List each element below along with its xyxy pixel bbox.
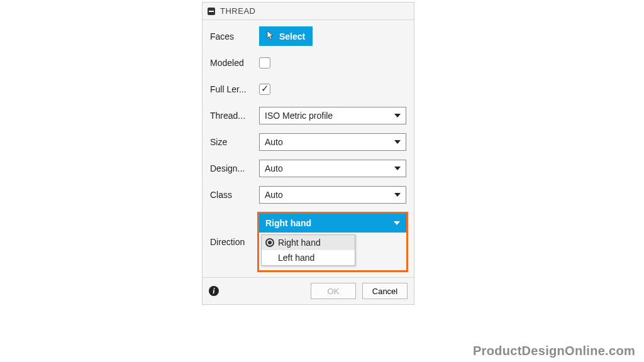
designation-dropdown[interactable]: Auto (259, 160, 406, 177)
row-full-length: Full Ler... (210, 80, 406, 99)
row-class: Class Auto (210, 185, 406, 204)
collapse-icon[interactable] (208, 8, 215, 15)
direction-value: Right hand (265, 218, 311, 228)
label-class: Class (210, 190, 259, 200)
chevron-down-icon (394, 193, 401, 197)
modeled-checkbox[interactable] (259, 57, 270, 69)
watermark: ProductDesignOnline.com (473, 344, 635, 358)
thread-type-value: ISO Metric profile (265, 111, 333, 121)
chevron-down-icon (394, 167, 401, 170)
panel-header[interactable]: THREAD (203, 3, 414, 20)
label-full-length: Full Ler... (210, 84, 259, 94)
panel-body: Faces Select Modeled Full Ler... Thread.… (203, 20, 414, 277)
cancel-button[interactable]: Cancel (362, 283, 408, 299)
row-faces: Faces Select (210, 26, 406, 46)
select-faces-button[interactable]: Select (259, 26, 313, 46)
class-value: Auto (265, 190, 283, 200)
row-modeled: Modeled (210, 53, 406, 72)
radio-selected-icon (265, 238, 274, 247)
label-modeled: Modeled (210, 58, 259, 68)
row-designation: Design... Auto (210, 159, 406, 178)
row-direction: Direction Right hand Right hand (210, 212, 406, 272)
select-button-label: Select (279, 31, 305, 41)
row-size: Size Auto (210, 133, 406, 151)
info-icon[interactable]: i (209, 286, 219, 296)
label-faces: Faces (210, 31, 259, 41)
ok-button[interactable]: OK (311, 283, 356, 299)
direction-dropdown[interactable]: Right hand (259, 214, 406, 233)
thread-type-dropdown[interactable]: ISO Metric profile (259, 107, 406, 124)
chevron-down-icon (394, 114, 401, 118)
row-thread-type: Thread... ISO Metric profile (210, 106, 406, 125)
cursor-icon (267, 30, 275, 42)
label-direction: Direction (210, 237, 259, 247)
option-left-hand[interactable]: Left hand (262, 250, 355, 265)
size-dropdown[interactable]: Auto (259, 133, 406, 151)
label-thread-type: Thread... (210, 111, 259, 121)
chevron-down-icon (394, 221, 400, 225)
panel-title: THREAD (220, 6, 255, 16)
option-label: Right hand (278, 238, 321, 248)
full-length-checkbox[interactable] (259, 84, 270, 95)
size-value: Auto (265, 137, 283, 147)
option-label: Left hand (278, 253, 314, 263)
thread-panel: THREAD Faces Select Modeled Full Ler... … (202, 2, 414, 305)
direction-options-popup: Right hand Left hand (261, 234, 355, 266)
panel-footer: i OK Cancel (203, 277, 414, 304)
chevron-down-icon (394, 140, 401, 144)
direction-dropdown-container: Right hand Right hand Left hand (259, 212, 406, 272)
option-right-hand[interactable]: Right hand (262, 235, 355, 250)
designation-value: Auto (265, 163, 283, 173)
highlight-annotation: Right hand Right hand Left hand (257, 212, 408, 272)
label-designation: Design... (210, 163, 259, 173)
label-size: Size (210, 137, 259, 147)
class-dropdown[interactable]: Auto (259, 186, 406, 204)
